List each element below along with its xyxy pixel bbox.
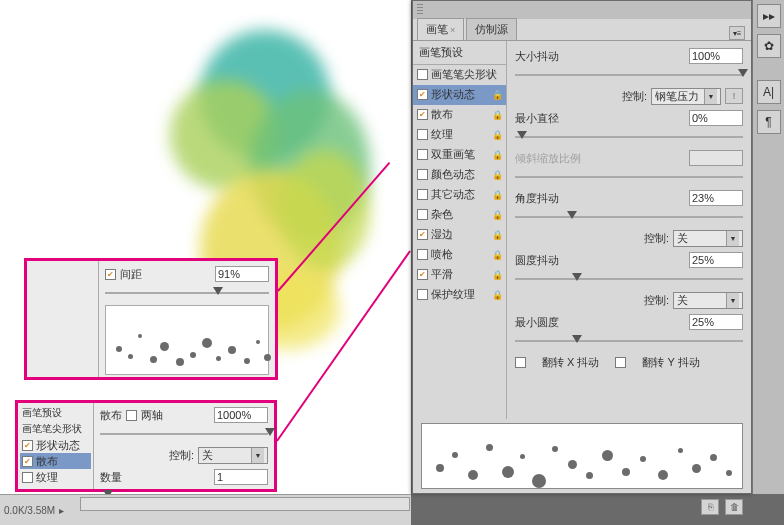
brush-option-item[interactable]: 杂色🔒: [413, 205, 506, 225]
angle-control-select[interactable]: 关▼: [673, 230, 743, 247]
brush-option-item[interactable]: 平滑🔒: [413, 265, 506, 285]
control-select[interactable]: 关▼: [198, 447, 268, 464]
preset-header[interactable]: 画笔预设: [20, 405, 91, 421]
toolbar-button[interactable]: ✿: [757, 34, 781, 58]
lock-icon[interactable]: 🔒: [492, 250, 502, 260]
brush-option-label: 散布: [431, 107, 453, 122]
both-axes-checkbox[interactable]: [126, 410, 137, 421]
min-diameter-input[interactable]: 0%: [689, 110, 743, 126]
checkbox[interactable]: [417, 89, 428, 100]
brush-option-item[interactable]: 保护纹理🔒: [413, 285, 506, 305]
checkbox[interactable]: [417, 269, 428, 280]
panel-menu-button[interactable]: ▾≡: [729, 26, 745, 40]
list-item-selected[interactable]: 散布: [20, 453, 91, 469]
control-label: 控制:: [644, 231, 669, 246]
round-jitter-input[interactable]: 25%: [689, 252, 743, 268]
round-jitter-slider[interactable]: [515, 273, 743, 285]
spacing-checkbox[interactable]: [105, 269, 116, 280]
list-item[interactable]: 形状动态: [20, 437, 91, 453]
scatter-slider[interactable]: [100, 428, 268, 440]
doc-status-text: 0.0K/3.58M: [4, 505, 55, 516]
lock-icon[interactable]: 🔒: [492, 210, 502, 220]
brush-option-label: 平滑: [431, 267, 453, 282]
paragraph-panel-button[interactable]: ¶: [757, 110, 781, 134]
tilt-scale-label: 倾斜缩放比例: [515, 151, 685, 166]
brush-option-label: 保护纹理: [431, 287, 475, 302]
flip-x-label: 翻转 X 抖动: [542, 355, 599, 370]
close-icon[interactable]: ×: [450, 25, 455, 35]
scatter-input[interactable]: 1000%: [214, 407, 268, 423]
lock-icon[interactable]: 🔒: [492, 150, 502, 160]
count-input[interactable]: 1: [214, 469, 268, 485]
brush-option-item[interactable]: 颜色动态🔒: [413, 165, 506, 185]
brush-panel: 画笔× 仿制源 ▾≡ 画笔预设 画笔笔尖形状形状动态🔒散布🔒纹理🔒双重画笔🔒颜色…: [412, 0, 752, 494]
flip-x-checkbox[interactable]: [515, 357, 526, 368]
min-round-input[interactable]: 25%: [689, 314, 743, 330]
size-jitter-slider[interactable]: [515, 69, 743, 81]
checkbox[interactable]: [417, 229, 428, 240]
callout-spacing: 间距 91%: [24, 258, 278, 380]
checkbox[interactable]: [417, 149, 428, 160]
brush-option-label: 喷枪: [431, 247, 453, 262]
spacing-slider[interactable]: [105, 287, 269, 299]
lock-icon[interactable]: 🔒: [492, 270, 502, 280]
checkbox[interactable]: [417, 289, 428, 300]
angle-jitter-slider[interactable]: [515, 211, 743, 223]
brush-option-label: 颜色动态: [431, 167, 475, 182]
delete-button[interactable]: 🗑: [725, 499, 743, 515]
checkbox[interactable]: [417, 169, 428, 180]
lock-icon[interactable]: 🔒: [492, 190, 502, 200]
tab-clone-source[interactable]: 仿制源: [466, 18, 517, 40]
brush-option-item[interactable]: 画笔笔尖形状: [413, 65, 506, 85]
expand-panel-button[interactable]: ▸▸: [757, 4, 781, 28]
brush-option-item[interactable]: 喷枪🔒: [413, 245, 506, 265]
callout-scatter: 画笔预设 画笔笔尖形状 形状动态 散布 纹理 散布 两轴 1000% 控制: 关…: [15, 400, 277, 492]
spacing-input[interactable]: 91%: [215, 266, 269, 282]
round-control-select[interactable]: 关▼: [673, 292, 743, 309]
lock-icon[interactable]: 🔒: [492, 110, 502, 120]
checkbox[interactable]: [417, 109, 428, 120]
checkbox[interactable]: [417, 249, 428, 260]
brush-swatch: [27, 261, 99, 377]
panel-drag-header[interactable]: [413, 1, 751, 19]
lock-icon[interactable]: 🔒: [492, 230, 502, 240]
tilt-scale-input: [689, 150, 743, 166]
lock-icon[interactable]: 🔒: [492, 130, 502, 140]
angle-jitter-input[interactable]: 23%: [689, 190, 743, 206]
checkbox[interactable]: [417, 209, 428, 220]
list-item[interactable]: 画笔笔尖形状: [20, 421, 91, 437]
brush-option-item[interactable]: 其它动态🔒: [413, 185, 506, 205]
checkbox[interactable]: [22, 472, 33, 483]
size-jitter-input[interactable]: 100%: [689, 48, 743, 64]
drag-handle-icon[interactable]: [417, 4, 423, 16]
lock-icon[interactable]: 🔒: [492, 90, 502, 100]
brush-option-label: 画笔笔尖形状: [431, 67, 497, 82]
size-control-select[interactable]: 钢笔压力▼: [651, 88, 721, 105]
checkbox[interactable]: [22, 440, 33, 451]
list-item[interactable]: 纹理: [20, 469, 91, 485]
new-preset-button[interactable]: ⎘: [701, 499, 719, 515]
spacing-preview: [105, 305, 269, 375]
tab-brush[interactable]: 画笔×: [417, 18, 464, 40]
flip-y-checkbox[interactable]: [615, 357, 626, 368]
brush-option-item[interactable]: 形状动态🔒: [413, 85, 506, 105]
min-diameter-slider[interactable]: [515, 131, 743, 143]
brush-option-item[interactable]: 双重画笔🔒: [413, 145, 506, 165]
checkbox[interactable]: [417, 129, 428, 140]
checkbox[interactable]: [417, 69, 428, 80]
brush-option-label: 双重画笔: [431, 147, 475, 162]
brush-preset-header[interactable]: 画笔预设: [413, 41, 506, 65]
checkbox[interactable]: [417, 189, 428, 200]
brush-option-item[interactable]: 纹理🔒: [413, 125, 506, 145]
lock-icon[interactable]: 🔒: [492, 290, 502, 300]
brush-option-item[interactable]: 散布🔒: [413, 105, 506, 125]
min-round-slider[interactable]: [515, 335, 743, 347]
lock-icon[interactable]: 🔒: [492, 170, 502, 180]
warning-icon: !: [725, 88, 743, 104]
character-panel-button[interactable]: A|: [757, 80, 781, 104]
both-axes-label: 两轴: [141, 408, 163, 423]
control-label: 控制:: [644, 293, 669, 308]
checkbox[interactable]: [22, 456, 33, 467]
brush-option-item[interactable]: 湿边🔒: [413, 225, 506, 245]
horizontal-scrollbar[interactable]: [80, 497, 410, 511]
